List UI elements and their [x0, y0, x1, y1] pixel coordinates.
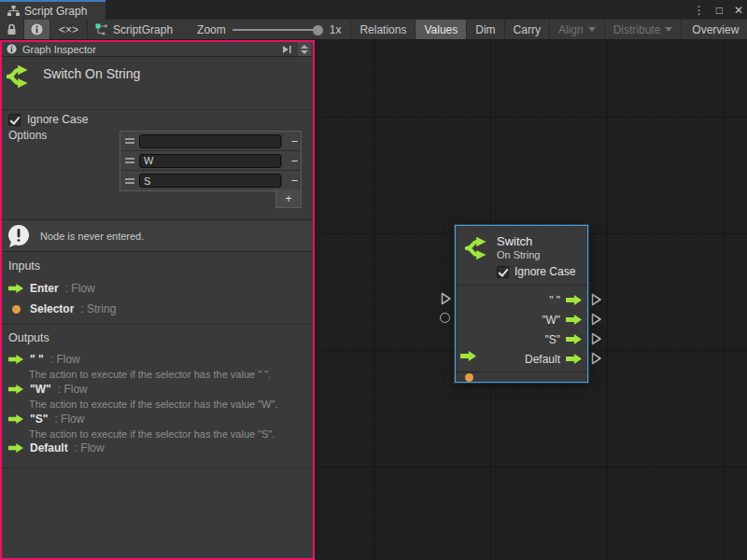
output-port-w[interactable]: "W" : Flow	[8, 383, 88, 396]
output-port-default[interactable]: Default : Flow	[8, 441, 105, 455]
inspected-node-title: Switch On String	[43, 66, 140, 81]
divider	[2, 468, 313, 469]
info-icon	[31, 23, 43, 35]
port-name: "S"	[30, 413, 48, 426]
remove-option-button[interactable]: −	[281, 174, 307, 188]
port-description: The action to execute if the selector ha…	[29, 369, 271, 380]
node-title: Switch	[497, 234, 532, 248]
ignore-case-checkbox[interactable]	[497, 266, 509, 278]
distribute-label: Distribute	[613, 23, 661, 36]
node-output-port-s[interactable]	[591, 332, 602, 345]
drag-handle-icon[interactable]	[120, 158, 139, 163]
remove-option-button[interactable]: −	[281, 134, 307, 148]
zoom-slider-track	[233, 29, 323, 31]
dot-wrap	[8, 305, 23, 314]
output-row-s[interactable]: "S"	[456, 329, 587, 349]
add-option-button[interactable]: +	[275, 189, 302, 208]
node-output-port-w[interactable]	[591, 313, 602, 326]
divider	[2, 324, 313, 325]
switch-icon	[464, 234, 494, 262]
option-input-3[interactable]	[139, 174, 281, 188]
dim-label: Dim	[475, 23, 495, 36]
zoom-slider-handle[interactable]	[313, 25, 323, 35]
switch-on-string-node[interactable]: Switch On String Ignore Case " " "W"	[455, 225, 588, 383]
warning-bubble-icon	[6, 223, 32, 249]
option-input-2[interactable]	[139, 154, 281, 168]
node-input-value-port[interactable]	[440, 313, 450, 323]
graph-breadcrumb[interactable]: ScriptGraph	[88, 20, 182, 39]
node-body: " " "W" "S" Default	[456, 286, 587, 371]
dock-panel-icon[interactable]	[281, 44, 292, 55]
chevron-up-icon	[301, 45, 308, 49]
inspector-toggle-button[interactable]	[24, 20, 50, 39]
lock-icon	[7, 23, 17, 35]
window-menu-icon[interactable]: ⋮	[694, 4, 705, 17]
ignore-case-row: Ignore Case	[8, 113, 88, 126]
zoom-label: Zoom	[197, 23, 226, 36]
port-type: : Flow	[50, 353, 80, 366]
selector-value-dot-icon[interactable]	[465, 373, 473, 382]
node-output-port-default[interactable]	[591, 352, 602, 365]
panel-scroll-spinner[interactable]	[298, 42, 311, 56]
flow-arrow-icon	[8, 355, 23, 364]
option-row-1: −	[120, 132, 301, 151]
options-label: Options	[8, 129, 47, 142]
flow-arrow-icon	[566, 315, 582, 325]
option-input-1[interactable]	[139, 134, 281, 148]
overview-button[interactable]: Overview	[684, 20, 747, 39]
remove-option-button[interactable]: −	[281, 154, 307, 168]
inspector-title: Graph Inspector	[22, 44, 96, 55]
node-subtitle: On String	[497, 249, 540, 260]
port-type: : Flow	[58, 383, 88, 396]
values-button[interactable]: Values	[416, 20, 467, 39]
inputs-header: Inputs	[8, 259, 40, 273]
output-row-w[interactable]: "W"	[456, 310, 587, 329]
carry-button[interactable]: Carry	[505, 20, 550, 39]
flow-arrow-icon	[8, 414, 23, 424]
ignore-case-label: Ignore Case	[514, 265, 575, 278]
port-name: Enter	[30, 282, 59, 295]
carry-label: Carry	[514, 23, 541, 36]
inspector-header[interactable]: Graph Inspector	[2, 42, 313, 57]
flow-arrow-icon	[566, 295, 582, 305]
divider	[2, 109, 313, 110]
tab-script-graph[interactable]: Script Graph	[0, 0, 106, 20]
ignore-case-checkbox[interactable]	[8, 114, 21, 126]
code-icon: <×>	[59, 23, 78, 36]
node-ignore-case: Ignore Case	[497, 265, 575, 278]
output-row-space[interactable]: " "	[456, 290, 587, 310]
drag-handle-icon[interactable]	[120, 138, 139, 144]
dim-button[interactable]: Dim	[467, 20, 504, 39]
graph-inspector-panel: Graph Inspector Switch On String Ignore …	[0, 40, 315, 560]
node-input-flow-port[interactable]	[441, 292, 452, 305]
switch-icon	[7, 62, 35, 91]
relations-button[interactable]: Relations	[351, 20, 416, 39]
zoom-slider[interactable]	[233, 24, 323, 35]
graph-tree-icon	[7, 6, 20, 17]
chevron-down-icon	[665, 27, 672, 32]
output-row-default[interactable]: Default	[456, 349, 587, 369]
relations-label: Relations	[359, 23, 406, 36]
lock-button[interactable]	[0, 20, 24, 39]
code-preview-button[interactable]: <×>	[50, 20, 88, 39]
info-icon	[7, 44, 17, 54]
script-graph-asset-icon	[95, 23, 107, 35]
input-port-enter[interactable]: Enter : Flow	[8, 282, 95, 295]
align-button[interactable]: Align	[550, 20, 605, 39]
overview-label: Overview	[692, 23, 739, 36]
input-port-selector[interactable]: Selector : String	[8, 302, 116, 315]
window-close-icon[interactable]: ✕	[734, 4, 743, 17]
port-type: : Flow	[75, 441, 105, 455]
node-output-port-space[interactable]	[591, 293, 602, 306]
node-header[interactable]: Switch On String Ignore Case	[456, 226, 587, 286]
drag-handle-icon[interactable]	[120, 178, 139, 184]
outputs-header: Outputs	[8, 331, 49, 344]
distribute-button[interactable]: Distribute	[605, 20, 683, 39]
output-label-s: "S"	[544, 333, 560, 346]
option-row-2: −	[120, 151, 301, 171]
output-port-space[interactable]: " " : Flow	[8, 353, 80, 366]
align-label: Align	[558, 23, 584, 36]
flow-arrow-icon	[8, 284, 23, 293]
output-port-s[interactable]: "S" : Flow	[8, 413, 84, 426]
window-maximize-icon[interactable]: □	[716, 4, 723, 17]
